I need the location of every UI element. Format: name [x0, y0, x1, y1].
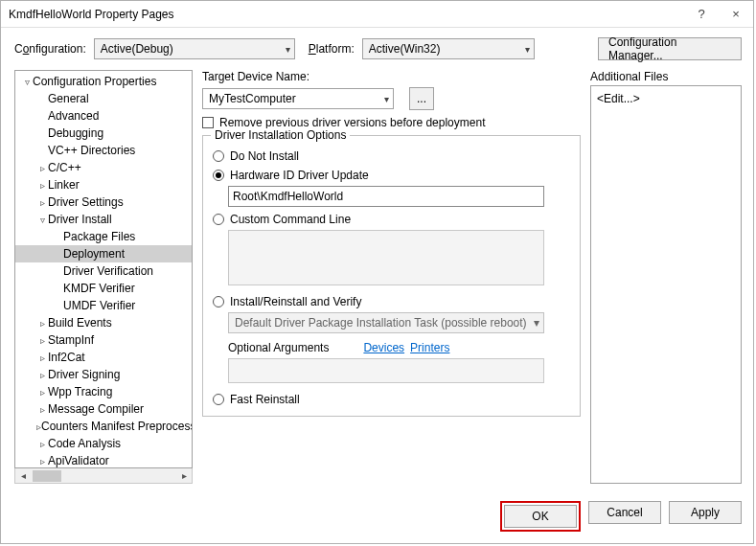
tree-item-label: Deployment	[63, 247, 125, 261]
radio-fast-reinstall[interactable]: Fast Reinstall	[213, 393, 570, 406]
tree-item[interactable]: ▹StampInf	[15, 331, 192, 349]
hardware-id-input[interactable]: Root\KmdfHelloWorld	[228, 186, 544, 207]
target-device-label: Target Device Name:	[202, 70, 581, 83]
tree-item[interactable]: ▹Driver Settings	[15, 193, 192, 211]
tree-item[interactable]: ▹C/C++	[15, 159, 192, 176]
tree-item-label: Configuration Properties	[33, 75, 156, 88]
expanded-icon[interactable]: ▿	[21, 77, 33, 87]
collapsed-icon[interactable]: ▹	[36, 335, 48, 346]
tree-item[interactable]: VC++ Directories	[15, 142, 192, 159]
chevron-down-icon: ▾	[384, 94, 389, 104]
radio-icon	[213, 150, 224, 162]
config-row: Configuration: Active(Debug) ▾ Platform:…	[1, 28, 753, 70]
driver-install-group-label: Driver Installation Options	[211, 128, 350, 142]
property-pages-window: KmdfHelloWorld Property Pages ? × Config…	[0, 0, 754, 544]
checkbox-icon	[202, 117, 214, 128]
tree-item[interactable]: Driver Verification	[15, 262, 192, 280]
chevron-down-icon: ▾	[525, 44, 530, 55]
scroll-thumb[interactable]	[33, 470, 61, 482]
tree-item[interactable]: Deployment	[15, 245, 192, 262]
install-task-combo[interactable]: Default Driver Package Installation Task…	[228, 312, 544, 333]
tree-item[interactable]: ▹Inf2Cat	[15, 349, 192, 366]
apply-button[interactable]: Apply	[669, 501, 742, 524]
radio-custom-command[interactable]: Custom Command Line	[213, 213, 570, 226]
ok-highlight: OK	[500, 501, 581, 532]
remove-previous-checkbox[interactable]: Remove previous driver versions before d…	[202, 116, 581, 129]
tree-item-label: Inf2Cat	[48, 351, 85, 364]
collapsed-icon[interactable]: ▹	[36, 404, 48, 415]
additional-files-list[interactable]: <Edit...>	[590, 85, 742, 484]
collapsed-icon[interactable]: ▹	[36, 353, 48, 363]
tree-item-label: Message Compiler	[48, 402, 144, 416]
tree-item[interactable]: ▹Wpp Tracing	[15, 383, 192, 400]
radio-icon	[213, 214, 224, 225]
tree-item-label: ApiValidator	[48, 454, 109, 467]
cancel-button[interactable]: Cancel	[588, 501, 661, 524]
edit-link[interactable]: <Edit...>	[597, 92, 640, 105]
collapsed-icon[interactable]: ▹	[36, 387, 48, 398]
platform-combo[interactable]: Active(Win32) ▾	[362, 38, 535, 59]
config-tree[interactable]: ▿Configuration PropertiesGeneralAdvanced…	[14, 70, 193, 468]
browse-button[interactable]: ...	[409, 87, 434, 110]
collapsed-icon[interactable]: ▹	[36, 163, 48, 173]
tree-item-label: Wpp Tracing	[48, 385, 112, 398]
tree-item[interactable]: UMDF Verifier	[15, 297, 192, 314]
configuration-value: Active(Debug)	[101, 42, 173, 56]
tree-item[interactable]: ▿Driver Install	[15, 211, 192, 228]
tree-item[interactable]: KMDF Verifier	[15, 280, 192, 297]
tree-item[interactable]: ▹Driver Signing	[15, 366, 192, 383]
tree-item[interactable]: ▹Build Events	[15, 314, 192, 331]
additional-files-label: Additional Files	[590, 70, 742, 83]
radio-install-verify[interactable]: Install/Reinstall and Verify	[213, 295, 570, 308]
tree-item[interactable]: ▹ApiValidator	[15, 452, 192, 468]
radio-hardware-id[interactable]: Hardware ID Driver Update	[213, 169, 570, 182]
tree-item[interactable]: ▹Linker	[15, 176, 192, 193]
radio-checked-icon	[213, 170, 224, 181]
target-device-combo[interactable]: MyTestComputer ▾	[202, 88, 394, 109]
tree-item-label: StampInf	[48, 333, 94, 347]
tree-item-label: Advanced	[48, 109, 99, 123]
collapsed-icon[interactable]: ▹	[36, 439, 48, 449]
tree-item[interactable]: General	[15, 90, 192, 107]
help-button[interactable]: ?	[684, 7, 719, 21]
expanded-icon[interactable]: ▿	[36, 215, 48, 225]
tree-item[interactable]: ▹Counters Manifest Preprocessor	[15, 418, 192, 435]
tree-item-label: Driver Install	[48, 213, 112, 226]
titlebar: KmdfHelloWorld Property Pages ? ×	[1, 1, 753, 28]
tree-item[interactable]: ▹Code Analysis	[15, 435, 192, 452]
tree-item-label: Counters Manifest Preprocessor	[41, 420, 193, 433]
chevron-down-icon: ▾	[534, 316, 539, 330]
optional-args-input[interactable]	[228, 358, 544, 383]
custom-command-input[interactable]	[228, 230, 544, 285]
configuration-combo[interactable]: Active(Debug) ▾	[94, 38, 295, 59]
scroll-right-icon[interactable]: ▸	[176, 470, 192, 481]
tree-item[interactable]: ▹Message Compiler	[15, 400, 192, 418]
tree-horizontal-scrollbar[interactable]: ◂ ▸	[14, 468, 193, 484]
tree-item-label: UMDF Verifier	[63, 299, 135, 312]
radio-icon	[213, 296, 224, 307]
collapsed-icon[interactable]: ▹	[36, 370, 48, 380]
tree-item[interactable]: Advanced	[15, 107, 192, 125]
dialog-footer: OK Cancel Apply	[1, 491, 753, 543]
scroll-left-icon[interactable]: ◂	[15, 470, 31, 481]
collapsed-icon[interactable]: ▹	[36, 180, 48, 191]
collapsed-icon[interactable]: ▹	[36, 456, 48, 466]
window-title: KmdfHelloWorld Property Pages	[9, 8, 684, 21]
close-button[interactable]: ×	[719, 7, 753, 21]
radio-do-not-install[interactable]: Do Not Install	[213, 149, 570, 163]
collapsed-icon[interactable]: ▹	[36, 318, 48, 329]
config-manager-button[interactable]: Configuration Manager...	[598, 37, 742, 60]
tree-item-label: Code Analysis	[48, 437, 121, 450]
devices-link[interactable]: Devices	[363, 341, 404, 354]
ok-button[interactable]: OK	[504, 505, 577, 528]
tree-item[interactable]: Debugging	[15, 125, 192, 142]
printers-link[interactable]: Printers	[410, 341, 449, 354]
tree-item[interactable]: Package Files	[15, 228, 192, 245]
chevron-down-icon: ▾	[286, 44, 290, 55]
radio-icon	[213, 394, 224, 405]
collapsed-icon[interactable]: ▹	[36, 197, 48, 208]
remove-previous-label: Remove previous driver versions before d…	[219, 116, 485, 129]
tree-item-label: C/C++	[48, 161, 81, 174]
tree-item[interactable]: ▿Configuration Properties	[15, 73, 192, 90]
tree-item-label: VC++ Directories	[48, 144, 135, 157]
